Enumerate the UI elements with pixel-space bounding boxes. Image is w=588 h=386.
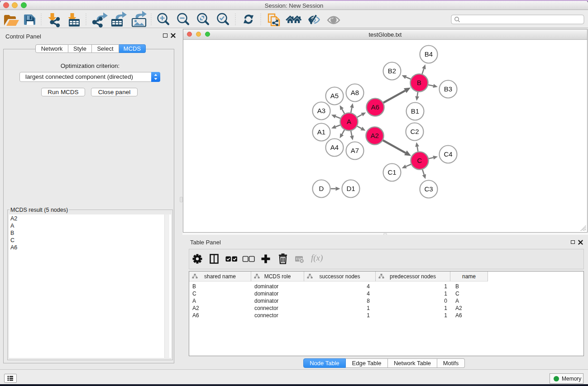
svg-text:D: D bbox=[319, 185, 324, 192]
svg-text:A4: A4 bbox=[330, 143, 339, 151]
svg-text:A: A bbox=[347, 118, 351, 125]
svg-text:B4: B4 bbox=[425, 50, 433, 58]
svg-text:B3: B3 bbox=[444, 85, 452, 93]
svg-text:C1: C1 bbox=[387, 168, 396, 176]
svg-text:C3: C3 bbox=[424, 185, 433, 193]
svg-text:A8: A8 bbox=[351, 89, 359, 96]
svg-text:C: C bbox=[417, 157, 422, 164]
svg-text:A5: A5 bbox=[330, 92, 339, 100]
svg-text:A2: A2 bbox=[371, 132, 379, 139]
svg-text:A6: A6 bbox=[371, 103, 379, 111]
svg-text:C4: C4 bbox=[444, 150, 452, 158]
svg-text:A1: A1 bbox=[317, 128, 325, 136]
svg-text:A7: A7 bbox=[351, 147, 359, 154]
svg-text:D1: D1 bbox=[346, 185, 355, 192]
svg-text:B1: B1 bbox=[411, 107, 419, 115]
svg-text:C2: C2 bbox=[410, 128, 419, 135]
svg-text:A3: A3 bbox=[317, 107, 325, 114]
svg-text:B2: B2 bbox=[388, 67, 396, 75]
svg-text:B: B bbox=[417, 79, 421, 86]
